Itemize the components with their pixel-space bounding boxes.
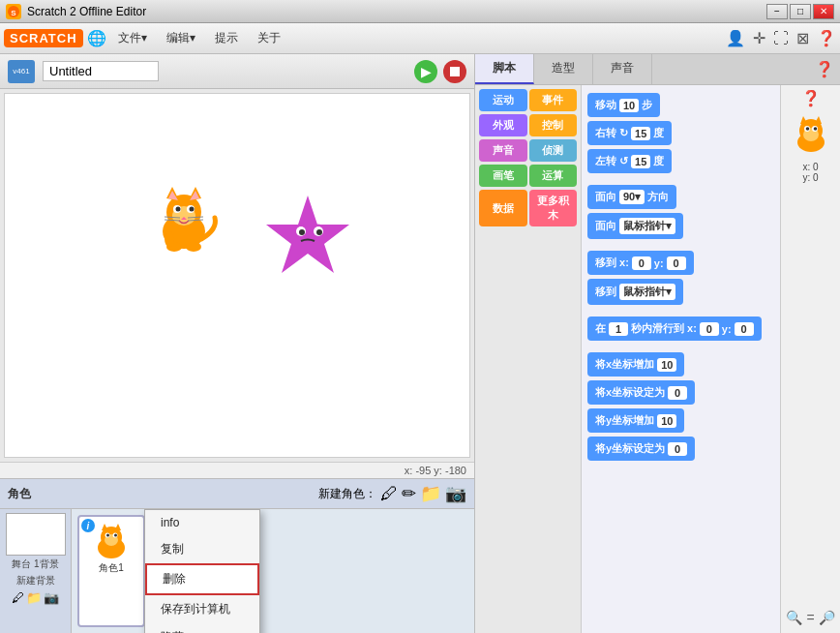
paint-bg-icon[interactable]: 🖊	[12, 590, 24, 605]
add-sprite-icon[interactable]: 👤	[726, 29, 745, 47]
stage-title-area: v461	[8, 60, 159, 83]
help-question-icon[interactable]: ❓	[809, 54, 840, 84]
tab-scripts[interactable]: 脚本	[475, 54, 534, 84]
block-glide-ylabel: y:	[722, 323, 732, 335]
block-goto-xy[interactable]: 移到 x: 0 y: 0	[587, 251, 694, 275]
camera-sprite-icon[interactable]: 📷	[445, 483, 466, 504]
camera-bg-icon[interactable]: 📷	[44, 590, 59, 605]
block-add-y-value: 10	[657, 414, 676, 428]
stage-version: v461	[13, 67, 29, 75]
shrink-icon[interactable]: ⊠	[796, 29, 809, 47]
cat-motion[interactable]: 运动	[479, 89, 527, 111]
context-menu-save[interactable]: 保存到计算机	[145, 595, 259, 623]
block-set-x-label: 将x坐标增加	[595, 357, 654, 372]
close-button[interactable]: ✕	[813, 4, 834, 19]
cat-pen[interactable]: 画笔	[479, 165, 527, 187]
titlebar-controls[interactable]: − □ ✕	[766, 4, 834, 19]
cursor-icon[interactable]: ✛	[753, 29, 765, 47]
zoom-out-icon[interactable]: 🔎	[819, 610, 835, 625]
zoom-in-icon[interactable]: 🔍	[786, 610, 802, 625]
scene-label: 舞台 1背景	[12, 558, 58, 570]
svg-point-44	[805, 127, 809, 131]
block-face-toward[interactable]: 面向 鼠标指针▾	[587, 213, 683, 239]
fullscreen-icon[interactable]: ⛶	[773, 30, 789, 47]
language-button[interactable]: 🌐	[87, 29, 106, 47]
block-workspace: 移动 10 步 右转 ↻ 15 度 左转 ↺ 15 度	[582, 85, 780, 633]
cat-row-4: 画笔 运算	[479, 165, 577, 187]
new-bg-label[interactable]: 新建背景	[16, 574, 55, 588]
block-move-label: 移动	[595, 98, 616, 112]
cat-row-1: 运动 事件	[479, 89, 577, 111]
sprite-item-1[interactable]: i 角色1	[77, 515, 145, 627]
stop-button[interactable]	[443, 60, 466, 83]
block-goto-pointer-label: 移到	[595, 285, 616, 299]
sprite-x-coord: x: 0	[802, 162, 818, 172]
tips-menu[interactable]: 提示	[207, 26, 246, 50]
file-menu[interactable]: 文件▾	[110, 26, 155, 50]
block-face-dir-value: 90▾	[619, 190, 645, 204]
scripts-tabs: 脚本 造型 声音 ❓	[475, 54, 840, 85]
upload-bg-icon[interactable]: 📁	[26, 590, 42, 605]
block-glide-label2: 秒内滑行到 x:	[631, 321, 697, 336]
svg-point-25	[299, 229, 305, 235]
sprite-info-cat	[786, 111, 836, 156]
cat-control[interactable]: 控制	[529, 114, 578, 136]
block-turn-left-label: 左转 ↺	[595, 154, 628, 168]
cat-events[interactable]: 事件	[529, 89, 578, 111]
context-menu-copy[interactable]: 复制	[145, 535, 259, 563]
svg-point-45	[813, 127, 817, 131]
about-menu[interactable]: 关于	[250, 26, 288, 50]
sprite-info-badge[interactable]: i	[81, 519, 95, 532]
block-face-dir[interactable]: 面向 90▾ 方向	[587, 185, 676, 209]
block-sety-to[interactable]: 将y坐标设定为 0	[587, 437, 695, 461]
help-icon-right[interactable]: ❓	[801, 89, 821, 107]
block-turn-right[interactable]: 右转 ↻ 15 度	[587, 121, 672, 145]
photo-sprite-icon[interactable]: 📁	[420, 483, 441, 504]
help-icon[interactable]: ❓	[817, 29, 836, 47]
context-menu-hide[interactable]: 隐藏	[145, 623, 259, 633]
block-goto-ylabel: y:	[654, 257, 664, 269]
maximize-button[interactable]: □	[790, 4, 811, 19]
block-move[interactable]: 移动 10 步	[587, 93, 660, 117]
cat-looks[interactable]: 外观	[479, 114, 527, 136]
context-menu-info[interactable]: info	[145, 510, 259, 535]
block-goto-xval: 0	[632, 256, 651, 270]
context-menu-delete[interactable]: 删除	[145, 563, 259, 595]
sprite-cat	[145, 181, 223, 258]
svg-point-21	[165, 231, 174, 247]
zoom-reset-icon[interactable]: =	[806, 610, 814, 625]
block-set-x[interactable]: 将x坐标增加 10	[587, 352, 684, 377]
edit-menu[interactable]: 编辑▾	[159, 26, 203, 50]
tab-sounds[interactable]: 声音	[593, 54, 652, 84]
svg-marker-22	[266, 196, 349, 273]
tab-costumes[interactable]: 造型	[534, 54, 593, 84]
block-glide-yval: 0	[735, 322, 754, 336]
block-goto-pointer[interactable]: 移到 鼠标指针▾	[587, 279, 683, 305]
block-goto-pointer-value: 鼠标指针▾	[619, 284, 675, 300]
stage-title-input[interactable]	[43, 61, 159, 81]
block-add-y[interactable]: 将y坐标增加 10	[587, 408, 684, 433]
cat-more[interactable]: 更多积木	[529, 190, 578, 226]
minimize-button[interactable]: −	[766, 4, 788, 19]
block-glide-label1: 在	[595, 321, 606, 336]
sprite-panel: 角色 新建角色： 🖊 ✏ 📁 📷	[0, 478, 474, 633]
block-turn-left[interactable]: 左转 ↺ 15 度	[587, 149, 672, 173]
block-glide[interactable]: 在 1 秒内滑行到 x: 0 y: 0	[587, 316, 762, 341]
sprite-items: i 角色1	[72, 509, 474, 633]
green-flag-button[interactable]: ▶	[414, 60, 437, 83]
cat-sound[interactable]: 声音	[479, 139, 527, 162]
cat-operators[interactable]: 运算	[529, 165, 578, 187]
block-move-suffix: 步	[642, 98, 652, 112]
block-sety-to-label: 将y坐标设定为	[595, 441, 665, 456]
paint-sprite-icon[interactable]: 🖊	[380, 484, 398, 504]
titlebar-left: S Scratch 2 Offline Editor	[6, 4, 146, 19]
cat-data[interactable]: 数据	[479, 190, 527, 226]
cat-sensing[interactable]: 侦测	[529, 139, 578, 162]
stage-canvas[interactable]	[4, 93, 470, 458]
block-goto-yval: 0	[667, 256, 686, 270]
upload-sprite-icon[interactable]: ✏	[402, 483, 416, 504]
block-setx-to[interactable]: 将x坐标设定为 0	[587, 380, 695, 405]
titlebar: S Scratch 2 Offline Editor − □ ✕	[0, 0, 840, 23]
scratch-logo: SCRATCH	[4, 29, 83, 47]
app-title: Scratch 2 Offline Editor	[27, 5, 146, 18]
